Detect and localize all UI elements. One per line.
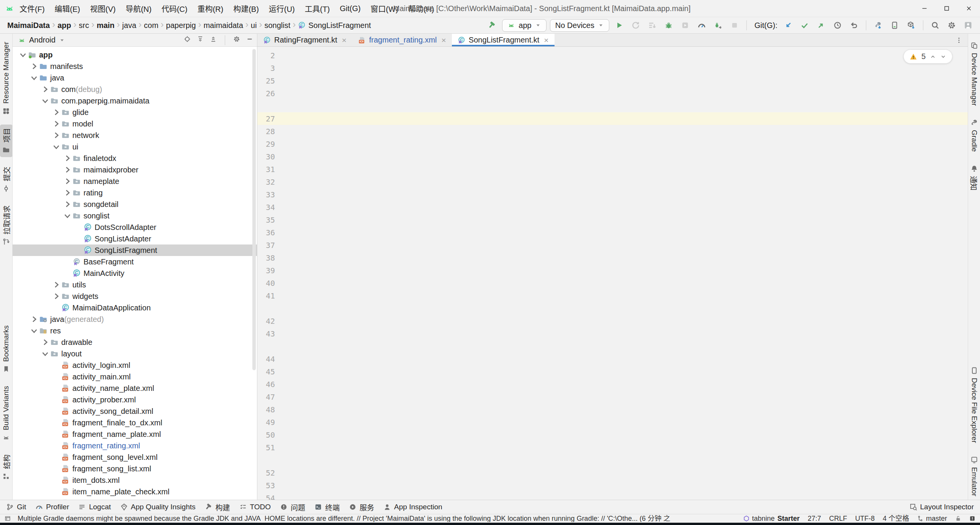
settings-button[interactable] (945, 19, 958, 32)
close-tab-icon[interactable]: × (342, 36, 347, 44)
tree-item[interactable]: CDotsScrollAdapter (13, 221, 257, 233)
run-button[interactable] (613, 19, 626, 32)
rollback-button[interactable] (847, 19, 861, 32)
menu-item[interactable]: 工具(T) (300, 0, 335, 17)
tree-scrollbar[interactable] (252, 49, 256, 370)
tree-item[interactable]: <>activity_song_detail.xml (13, 405, 257, 417)
chevron-right-icon[interactable] (40, 85, 50, 94)
status-item-line-separator[interactable]: CRLF (829, 515, 847, 522)
breadcrumb-item[interactable]: app (56, 21, 73, 30)
tree-item[interactable]: maimaidxprober (13, 164, 257, 176)
stripe-item-device-file-explorer[interactable]: Device File Explorer (969, 363, 980, 446)
attach-debugger-button[interactable] (712, 19, 725, 32)
tree-item[interactable]: java (generated) (13, 313, 257, 325)
tree-item[interactable]: network (13, 130, 257, 141)
tree-item[interactable]: widgets (13, 290, 257, 302)
chevron-right-icon[interactable] (40, 338, 50, 346)
gradle-sync-button[interactable] (872, 19, 885, 32)
profile-button[interactable] (962, 19, 975, 32)
close-tab-icon[interactable]: × (544, 36, 548, 44)
tool-window-button-todo[interactable]: TODO (239, 503, 271, 511)
tree-item[interactable]: CBaseFragment (13, 256, 257, 267)
menu-item[interactable]: 重构(R) (192, 0, 228, 17)
chevron-right-icon[interactable] (51, 281, 61, 289)
tree-item[interactable]: app (13, 49, 257, 61)
tree-item[interactable]: CSongListFragment (13, 244, 257, 256)
menu-item[interactable]: 运行(U) (264, 0, 300, 17)
next-problem-chevron-icon[interactable] (940, 54, 946, 60)
panel-options-button[interactable] (233, 36, 240, 44)
stripe-item-gradle[interactable]: Gradle (969, 115, 980, 155)
tree-item[interactable]: <>activity_main.xml (13, 371, 257, 382)
status-item-readonly-toggle[interactable] (955, 515, 961, 522)
tool-window-button-build[interactable]: 构建 (205, 502, 230, 512)
window-minimize-button[interactable] (913, 0, 936, 17)
hide-panel-button[interactable] (246, 36, 253, 44)
tree-item[interactable]: com.paperpig.maimaidata (13, 95, 257, 107)
tree-item[interactable]: <>fragment_song_list.xml (13, 463, 257, 474)
run-profiler-button[interactable] (679, 19, 692, 32)
window-maximize-button[interactable] (936, 0, 958, 17)
stop-button[interactable] (728, 19, 741, 32)
tree-item[interactable]: <>fragment_rating.xml (13, 440, 257, 451)
tree-item[interactable]: res (13, 325, 257, 336)
editor-tab[interactable]: <>fragment_rating.xml× (352, 34, 452, 46)
window-layout-icon[interactable] (5, 515, 11, 522)
breadcrumb-item[interactable]: com (142, 21, 160, 30)
chevron-down-icon[interactable] (51, 143, 61, 151)
stripe-item-pull-requests[interactable]: 拉取请求 (0, 202, 13, 249)
debug-button[interactable] (662, 19, 675, 32)
tree-item[interactable]: drawable (13, 336, 257, 348)
push-button[interactable] (815, 19, 828, 32)
stripe-item-commit[interactable]: 提交 (0, 163, 13, 196)
tab-options-button[interactable] (950, 34, 968, 46)
breadcrumb-item[interactable]: main (95, 21, 116, 30)
tool-window-button-layout-inspector[interactable]: Layout Inspector (910, 503, 974, 511)
status-item-event-log[interactable] (969, 515, 975, 522)
breadcrumb-item[interactable]: java (120, 21, 138, 30)
chevron-right-icon[interactable] (62, 200, 72, 208)
tool-window-button-git[interactable]: Git (6, 503, 26, 511)
tree-item[interactable]: songdetail (13, 199, 257, 210)
editor-tab[interactable]: CRatingFragment.kt× (257, 34, 352, 46)
tree-item[interactable]: manifests (13, 61, 257, 72)
chevron-right-icon[interactable] (51, 292, 61, 300)
chevron-down-icon[interactable] (29, 74, 39, 82)
history-button[interactable] (831, 19, 844, 32)
device-select[interactable]: No Devices (550, 19, 609, 32)
search-everywhere-button[interactable] (929, 19, 942, 32)
breadcrumb-item[interactable]: paperpig (164, 21, 198, 30)
tree-item[interactable]: nameplate (13, 176, 257, 187)
tree-item[interactable]: songlist (13, 210, 257, 221)
status-item-caret-position[interactable]: 27:7 (808, 515, 821, 522)
tree-item[interactable]: utils (13, 279, 257, 290)
stripe-item-project[interactable]: 项目 (0, 125, 13, 157)
breadcrumb-item[interactable]: src (77, 21, 91, 30)
profile-app-button[interactable] (695, 19, 708, 32)
chevron-right-icon[interactable] (51, 108, 61, 116)
build-project-button[interactable] (486, 19, 499, 32)
run-configuration-select[interactable]: app (502, 19, 546, 32)
update-project-button[interactable] (782, 19, 795, 32)
tree-item[interactable]: model (13, 118, 257, 130)
menu-item[interactable]: Git(G) (335, 0, 365, 17)
status-message[interactable]: Multiple Gradle daemons might be spawned… (18, 515, 736, 522)
tree-item[interactable]: ui (13, 141, 257, 153)
stripe-item-notifications[interactable]: 通知 (968, 161, 980, 194)
device-manager-button[interactable] (888, 19, 901, 32)
status-item-tabnine[interactable]: tabnineStarter (743, 515, 800, 522)
tree-item[interactable]: <>fragment_finale_to_dx.xml (13, 417, 257, 428)
chevron-right-icon[interactable] (62, 189, 72, 197)
menu-item[interactable]: 编辑(E) (50, 0, 85, 17)
tree-item[interactable]: <>activity_prober.xml (13, 394, 257, 405)
sdk-manager-button[interactable] (905, 19, 918, 32)
stripe-item-structure[interactable]: 结构 (0, 451, 13, 484)
editor-tab[interactable]: CSongListFragment.kt× (452, 34, 555, 46)
tool-window-button-problems[interactable]: 问题 (280, 502, 305, 512)
editor[interactable]: 5 23252627282930313233343536373839404142… (257, 47, 968, 500)
stripe-item-resource-manager[interactable]: Resource Manager (1, 38, 11, 118)
prev-problem-chevron-icon[interactable] (930, 54, 936, 60)
tree-item[interactable]: <>fragment_name_plate.xml (13, 428, 257, 440)
chevron-down-icon[interactable] (29, 326, 39, 335)
stripe-item-bookmarks[interactable]: Bookmarks (1, 322, 11, 376)
